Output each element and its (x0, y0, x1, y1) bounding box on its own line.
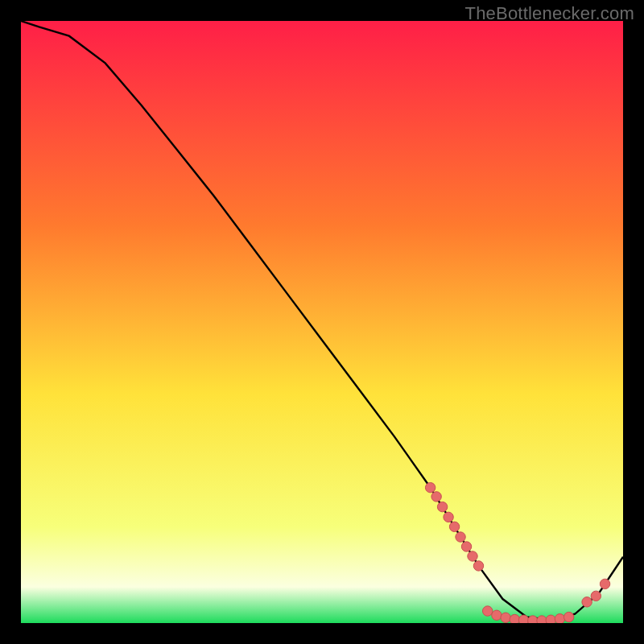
data-dot (492, 610, 502, 620)
data-dot (501, 613, 510, 622)
data-dot (437, 502, 447, 511)
data-dot (461, 542, 471, 551)
chart-frame: TheBottlenecker.com (0, 0, 644, 644)
data-dot (546, 615, 555, 623)
data-dot (537, 616, 547, 623)
data-dot (449, 522, 459, 531)
data-dot (473, 561, 483, 571)
gradient-background (21, 21, 623, 623)
data-dot (555, 614, 564, 623)
data-dot (600, 579, 609, 588)
data-dot (582, 597, 592, 607)
data-dot (564, 612, 573, 621)
data-dot (483, 606, 493, 616)
data-dot (518, 615, 528, 623)
data-dot (528, 616, 538, 623)
data-dot (510, 614, 519, 623)
data-dot (591, 591, 601, 601)
data-dot (444, 512, 453, 522)
data-dot (468, 551, 477, 561)
data-dot (425, 483, 435, 493)
data-dot (431, 492, 441, 502)
chart-plot-area (21, 21, 623, 623)
data-dot (456, 532, 465, 542)
chart-svg (21, 21, 623, 623)
